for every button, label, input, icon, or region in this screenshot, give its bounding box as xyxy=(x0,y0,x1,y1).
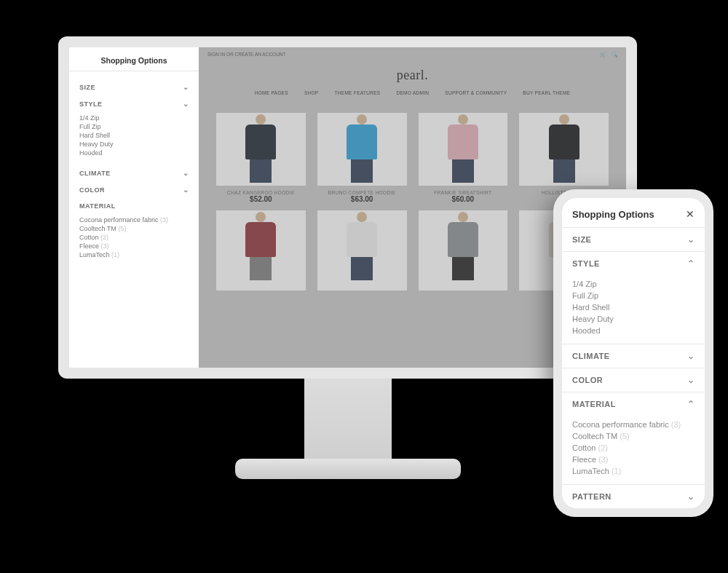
product-image xyxy=(216,210,306,291)
phone-title: Shopping Options xyxy=(572,209,654,220)
monitor-shadow xyxy=(248,479,448,492)
product-card[interactable] xyxy=(216,210,306,291)
filters-sidebar: Shopping Options SIZE ⌄ STYLE ⌄ 1/4 Zip … xyxy=(69,47,199,368)
filter-style[interactable]: STYLE ⌄ xyxy=(79,95,189,112)
option-name: LumaTech xyxy=(572,467,609,475)
chevron-up-icon: ⌃ xyxy=(687,258,695,269)
material-option[interactable]: Cooltech TM (5) xyxy=(572,430,695,442)
option-count: (3) xyxy=(101,242,109,250)
style-options: 1/4 Zip Full Zip Hard Shell Heavy Duty H… xyxy=(79,114,189,157)
filter-label: MATERIAL xyxy=(572,400,616,408)
sidebar-title: Shopping Options xyxy=(79,56,189,65)
option-name: Cooltech TM xyxy=(79,225,116,232)
style-option[interactable]: Full Zip xyxy=(79,122,189,131)
product-image xyxy=(317,113,407,186)
phone-filter-material[interactable]: MATERIAL ⌃ xyxy=(562,392,705,416)
topbar-icons: 🛒 🔍 xyxy=(596,52,617,58)
product-image xyxy=(216,113,306,186)
product-image xyxy=(419,113,508,186)
phone-screen: Shopping Options ✕ SIZE ⌄ STYLE ⌃ 1/4 Zi… xyxy=(562,198,705,508)
product-name: CHAZ KANGEROO HOODIE xyxy=(216,190,306,195)
material-option[interactable]: Cotton (2) xyxy=(79,233,189,242)
filter-color[interactable]: COLOR ⌄ xyxy=(79,181,189,198)
chevron-down-icon: ⌄ xyxy=(183,186,189,194)
material-option[interactable]: Cooltech TM (5) xyxy=(79,224,189,233)
phone-filter-climate[interactable]: CLIMATE ⌄ xyxy=(562,344,705,368)
style-option[interactable]: Hard Shell xyxy=(572,301,695,313)
style-option[interactable]: Hard Shell xyxy=(79,131,189,140)
material-option[interactable]: LumaTech (1) xyxy=(79,250,189,259)
phone-style-options: 1/4 Zip Full Zip Hard Shell Heavy Duty H… xyxy=(562,275,705,344)
signin-link[interactable]: SIGN IN OR CREATE AN ACCOUNT xyxy=(207,52,286,58)
monitor-stand xyxy=(304,379,392,462)
style-option[interactable]: Hooded xyxy=(79,149,189,157)
style-option[interactable]: Full Zip xyxy=(572,290,695,301)
divider xyxy=(69,71,199,71)
filter-label: COLOR xyxy=(572,376,603,384)
filter-label: PATTERN xyxy=(572,492,612,501)
style-option[interactable]: 1/4 Zip xyxy=(572,278,695,290)
main-menu: HOME PAGES SHOP THEME FEATURES DEMO ADMI… xyxy=(199,90,626,95)
desktop-monitor: Shopping Options SIZE ⌄ STYLE ⌄ 1/4 Zip … xyxy=(58,36,637,379)
filter-label: CLIMATE xyxy=(572,352,610,360)
product-card[interactable] xyxy=(419,210,508,291)
option-count: (3) xyxy=(671,420,681,429)
filter-climate[interactable]: CLIMATE ⌄ xyxy=(79,165,189,181)
material-option[interactable]: Fleece (3) xyxy=(572,454,695,465)
product-card[interactable]: BRUNO COMPETE HOODIE $63.00 xyxy=(317,113,407,203)
menu-item[interactable]: BUY PEARL THEME xyxy=(523,90,570,95)
phone-material-options: Cocona performance fabric (3) Cooltech T… xyxy=(562,416,705,484)
menu-item[interactable]: HOME PAGES xyxy=(255,90,288,95)
style-option[interactable]: 1/4 Zip xyxy=(79,114,189,122)
product-name: FRANKIE SWEATSHIRT xyxy=(419,190,508,195)
option-name: Cocona performance fabric xyxy=(572,420,669,429)
chevron-down-icon: ⌄ xyxy=(183,100,189,108)
top-bar: SIGN IN OR CREATE AN ACCOUNT 🛒 🔍 xyxy=(199,47,626,62)
filter-label: MATERIAL xyxy=(79,202,116,210)
product-name: BRUNO COMPETE HOODIE xyxy=(317,190,407,195)
option-name: Cooltech TM xyxy=(572,432,617,440)
style-option[interactable]: Heavy Duty xyxy=(572,313,695,325)
option-count: (3) xyxy=(160,216,168,224)
chevron-up-icon: ⌃ xyxy=(687,399,695,409)
option-count: (3) xyxy=(598,455,608,464)
option-name: Cotton xyxy=(572,443,596,452)
phone-filter-style[interactable]: STYLE ⌃ xyxy=(562,251,705,275)
product-price: $52.00 xyxy=(216,195,306,203)
product-image xyxy=(419,210,508,291)
chevron-down-icon: ⌄ xyxy=(183,169,189,177)
menu-item[interactable]: DEMO ADMIN xyxy=(396,90,429,95)
menu-item[interactable]: SHOP xyxy=(304,90,319,95)
phone-filter-pattern[interactable]: PATTERN ⌄ xyxy=(562,484,705,508)
option-name: LumaTech xyxy=(79,251,110,258)
style-option[interactable]: Hooded xyxy=(572,325,695,336)
close-icon[interactable]: ✕ xyxy=(686,208,695,220)
filter-size[interactable]: SIZE ⌄ xyxy=(79,79,189,95)
filter-material[interactable]: MATERIAL ⌄ xyxy=(79,198,189,214)
phone-filter-size[interactable]: SIZE ⌄ xyxy=(562,227,705,251)
product-image xyxy=(519,113,609,186)
product-card[interactable]: FRANKIE SWEATSHIRT $60.00 xyxy=(419,113,508,203)
brand-logo[interactable]: pearl. xyxy=(199,68,626,83)
phone-device: Shopping Options ✕ SIZE ⌄ STYLE ⌃ 1/4 Zi… xyxy=(553,189,713,517)
material-option[interactable]: Fleece (3) xyxy=(79,242,189,250)
cart-icon[interactable]: 🛒 xyxy=(600,52,606,57)
material-option[interactable]: Cotton (2) xyxy=(572,442,695,454)
menu-item[interactable]: SUPPORT & COMMUNITY xyxy=(445,90,507,95)
monitor-base xyxy=(235,459,461,479)
material-option[interactable]: Cocona performance fabric (3) xyxy=(572,419,695,430)
option-count: (5) xyxy=(620,432,629,440)
material-option[interactable]: LumaTech (1) xyxy=(572,465,695,477)
material-option[interactable]: Cocona performance fabric (3) xyxy=(79,216,189,224)
product-price: $63.00 xyxy=(317,195,407,203)
phone-filter-color[interactable]: COLOR ⌄ xyxy=(562,368,705,392)
chevron-down-icon: ⌄ xyxy=(687,375,695,385)
option-count: (2) xyxy=(598,443,607,452)
menu-item[interactable]: THEME FEATURES xyxy=(335,90,381,95)
style-option[interactable]: Heavy Duty xyxy=(79,140,189,149)
search-icon[interactable]: 🔍 xyxy=(612,52,617,57)
product-card[interactable]: CHAZ KANGEROO HOODIE $52.00 xyxy=(216,113,306,203)
product-card[interactable] xyxy=(317,210,407,291)
option-name: Fleece xyxy=(572,455,596,464)
chevron-down-icon: ⌄ xyxy=(687,351,695,361)
